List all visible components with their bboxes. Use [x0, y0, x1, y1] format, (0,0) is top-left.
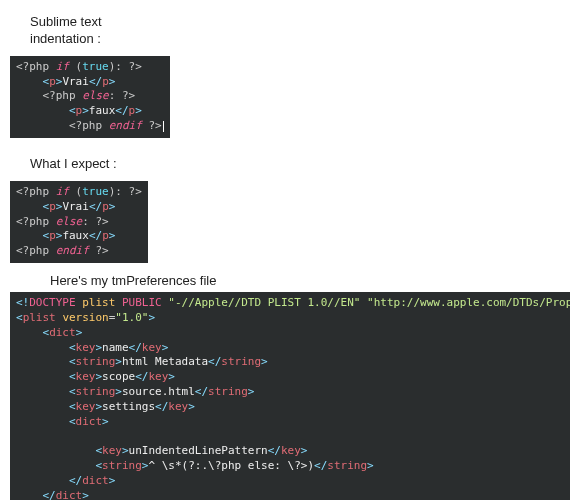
heading-tmpreferences: Here's my tmPreferences file — [50, 273, 560, 290]
text-cursor — [163, 121, 164, 132]
heading-expected: What I expect : — [30, 156, 560, 173]
code-block-actual: <?php if (true): ?> <p>Vrai</p> <?php el… — [10, 56, 170, 138]
heading-line2: indentation : — [30, 31, 101, 46]
heading-line1: Sublime text — [30, 14, 102, 29]
code-block-tmpreferences: <!DOCTYPE plist PUBLIC "-//Apple//DTD PL… — [10, 292, 570, 500]
code-block-expected: <?php if (true): ?> <p>Vrai</p> <?php el… — [10, 181, 148, 263]
heading-sublime: Sublime text indentation : — [30, 14, 560, 48]
